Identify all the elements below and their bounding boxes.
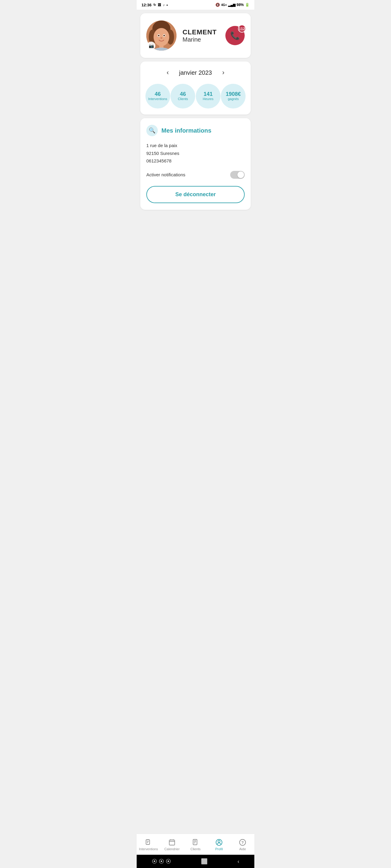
logout-button[interactable]: Se déconnecter (146, 186, 245, 203)
svg-rect-12 (146, 840, 150, 844)
svg-point-24 (218, 840, 220, 842)
gagnes-count: 1908€ (226, 91, 241, 97)
nav-label-calendrier: Calendrier (164, 847, 180, 851)
emergency-number-badge: 112 (238, 25, 246, 33)
notifications-label: Activer notifications (146, 172, 185, 177)
interventions-count: 46 (155, 91, 161, 97)
clients-count: 46 (180, 91, 186, 97)
signal-icon: ▂▄▆ (228, 3, 235, 7)
info-section-title: Mes informations (161, 127, 212, 134)
status-left: 12:36 ↻ 🖼 ♪ • (141, 3, 168, 7)
search-icon: 🔍 (149, 127, 156, 134)
mute-icon: 🔇 (216, 3, 220, 7)
aide-icon: ? (239, 839, 246, 846)
calendrier-icon (168, 839, 175, 846)
svg-rect-15 (169, 840, 175, 845)
profile-info: CLEMENT Marine (183, 28, 219, 43)
notifications-toggle[interactable] (230, 171, 245, 179)
profile-firstname: Marine (183, 36, 219, 43)
stats-bubbles: 46 Interventions 46 Clients 141 Heures 1… (145, 84, 246, 108)
phone-number: 0612345678 (146, 157, 245, 165)
address-line1: 1 rue de la paix (146, 142, 245, 150)
interventions-icon (145, 839, 152, 846)
next-month-button[interactable]: › (219, 67, 227, 78)
bubble-interventions: 46 Interventions (145, 84, 170, 108)
svg-point-4 (153, 28, 169, 46)
android-navbar: ⦿ ⦿ ⦿ ⬜ ‹ (137, 855, 254, 868)
android-recent-button[interactable]: ⦿ ⦿ ⦿ (152, 858, 171, 865)
status-right: 🔇 4G+ ▂▄▆ 98% 🔋 (216, 3, 250, 7)
profile-lastname: CLEMENT (183, 28, 219, 36)
battery-icon: 🔋 (245, 3, 250, 7)
svg-rect-19 (193, 839, 197, 845)
phone-icon: 📞 (230, 31, 240, 40)
stats-card: ‹ janvier 2023 › 46 Interventions 46 Cli… (140, 61, 251, 115)
interventions-label: Interventions (148, 97, 167, 101)
heures-label: Heures (203, 97, 213, 101)
nav-item-calendrier[interactable]: Calendrier (160, 839, 184, 851)
emergency-call-button[interactable]: 📞 112 (225, 26, 245, 45)
network-icon: 4G+ (221, 3, 227, 7)
dot-icon: • (167, 3, 168, 7)
svg-point-8 (164, 35, 165, 36)
nav-item-aide[interactable]: ? Aide (231, 839, 254, 851)
time-display: 12:36 (141, 3, 151, 7)
bubble-clients: 46 Clients (170, 84, 195, 108)
status-bar: 12:36 ↻ 🖼 ♪ • 🔇 4G+ ▂▄▆ 98% 🔋 (137, 0, 254, 10)
bottom-navigation: Interventions Calendrier Clients Profil (137, 834, 254, 855)
month-navigation: ‹ janvier 2023 › (145, 67, 246, 78)
clients-icon (192, 839, 199, 846)
avatar-wrapper: 📷 (146, 21, 176, 51)
media-icon: ♪ (163, 3, 165, 7)
camera-icon: 📷 (149, 43, 154, 48)
nav-label-clients: Clients (190, 847, 201, 851)
battery-label: 98% (236, 3, 244, 7)
bubble-gagnes: 1908€ gagnés (221, 84, 246, 108)
nav-item-interventions[interactable]: Interventions (137, 839, 160, 851)
toggle-thumb (238, 172, 244, 178)
notifications-row: Activer notifications (146, 171, 245, 179)
bubble-heures: 141 Heures (196, 84, 221, 108)
info-address-block: 1 rue de la paix 92150 Suresnes 06123456… (146, 142, 245, 165)
android-back-button[interactable]: ‹ (238, 858, 239, 865)
camera-badge[interactable]: 📷 (147, 41, 156, 50)
prev-month-button[interactable]: ‹ (164, 67, 172, 78)
clients-label: Clients (178, 97, 188, 101)
svg-text:?: ? (241, 840, 244, 845)
search-icon-circle: 🔍 (146, 125, 158, 136)
info-header: 🔍 Mes informations (146, 125, 245, 136)
heures-count: 141 (204, 91, 213, 97)
nav-label-aide: Aide (239, 847, 246, 851)
nav-label-interventions: Interventions (139, 847, 158, 851)
main-scroll: 📷 CLEMENT Marine 📞 112 ‹ janvier 2023 › … (137, 10, 254, 834)
svg-point-9 (161, 37, 162, 38)
profil-icon (216, 839, 223, 846)
current-month-label: janvier 2023 (179, 69, 212, 76)
nav-item-clients[interactable]: Clients (184, 839, 207, 851)
android-home-button[interactable]: ⬜ (201, 858, 207, 865)
svg-point-6 (158, 35, 160, 36)
rotate-icon: ↻ (153, 3, 156, 7)
nav-label-profil: Profil (215, 847, 223, 851)
image-icon: 🖼 (158, 3, 161, 7)
gagnes-label: gagnés (228, 97, 239, 101)
nav-item-profil[interactable]: Profil (207, 839, 231, 851)
info-card: 🔍 Mes informations 1 rue de la paix 9215… (140, 118, 251, 210)
profile-card: 📷 CLEMENT Marine 📞 112 (140, 13, 251, 58)
address-line2: 92150 Suresnes (146, 150, 245, 157)
